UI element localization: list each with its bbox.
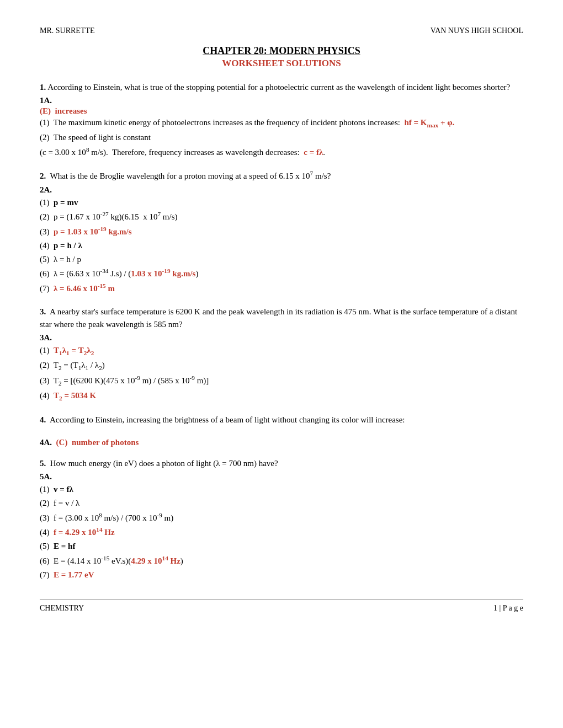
q1-answer-label: 1A. bbox=[40, 96, 523, 105]
q3-answer-label: 3A. bbox=[40, 333, 523, 342]
footer-left: CHEMISTRY bbox=[40, 604, 84, 613]
q4-text: 4. According to Einstein, increasing the… bbox=[40, 414, 523, 426]
q5-text: 5. How much energy (in eV) does a photon… bbox=[40, 457, 523, 470]
q3-step2: (2) T2 = (T1λ1 / λ2) bbox=[40, 358, 523, 373]
q5-step2: (2) f = v / λ bbox=[40, 496, 523, 510]
q1-answer: (E) increases bbox=[40, 106, 523, 116]
q1-step2: (2) The speed of light is constant bbox=[40, 131, 523, 144]
q3-step3: (3) T2 = [(6200 K)(475 x 10-9 m) / (585 … bbox=[40, 373, 523, 389]
worksheet-subtitle: WORKSHEET SOLUTIONS bbox=[40, 58, 523, 69]
question-5: 5. How much energy (in eV) does a photon… bbox=[40, 457, 523, 582]
q2-answer-label: 2A. bbox=[40, 185, 523, 195]
q3-step4: (4) T2 = 5034 K bbox=[40, 389, 523, 404]
page-footer: CHEMISTRY 1 | P a g e bbox=[40, 599, 523, 613]
page-header: MR. SURRETTE VAN NUYS HIGH SCHOOL bbox=[40, 26, 523, 35]
q2-step1: (1) p = mv bbox=[40, 196, 523, 210]
footer-right: 1 | P a g e bbox=[493, 604, 523, 613]
q2-step6: (6) λ = (6.63 x 10-34 J.s) / (1.03 x 10-… bbox=[40, 266, 523, 281]
q5-step6: (6) E = (4.14 x 10-15 eV.s)(4.29 x 1014 … bbox=[40, 553, 523, 568]
q4-answer-label: 4A. (C) number of photons bbox=[40, 438, 523, 447]
q5-step1: (1) v = fλ bbox=[40, 483, 523, 496]
q1-step3: (c = 3.00 x 108 m/s). Therefore, frequen… bbox=[40, 144, 523, 159]
header-right: VAN NUYS HIGH SCHOOL bbox=[431, 26, 523, 35]
question-4: 4. According to Einstein, increasing the… bbox=[40, 414, 523, 447]
question-3: 3. A nearby star's surface temperature i… bbox=[40, 306, 523, 404]
q5-answer-label: 5A. bbox=[40, 472, 523, 481]
chapter-title: CHAPTER 20: MODERN PHYSICS bbox=[40, 45, 523, 57]
q2-step3: (3) p = 1.03 x 10-19 kg.m/s bbox=[40, 224, 523, 239]
q2-text: 2. What is the de Broglie wavelength for… bbox=[40, 169, 523, 183]
q2-step4: (4) p = h / λ bbox=[40, 239, 523, 253]
q1-step1: (1) The maximum kinetic energy of photoe… bbox=[40, 116, 523, 131]
question-1: 1. According to Einstein, what is true o… bbox=[40, 81, 523, 159]
q5-step3: (3) f = (3.00 x 108 m/s) / (700 x 10-9 m… bbox=[40, 510, 523, 525]
q3-text: 3. A nearby star's surface temperature i… bbox=[40, 306, 523, 331]
question-2: 2. What is the de Broglie wavelength for… bbox=[40, 169, 523, 296]
header-left: MR. SURRETTE bbox=[40, 26, 95, 35]
q5-step5: (5) E = hf bbox=[40, 539, 523, 553]
q2-step5: (5) λ = h / p bbox=[40, 253, 523, 266]
q3-step1: (1) T1λ1 = T2λ2 bbox=[40, 344, 523, 358]
q1-text: 1. According to Einstein, what is true o… bbox=[40, 81, 523, 94]
q2-step7: (7) λ = 6.46 x 10-15 m bbox=[40, 281, 523, 296]
q2-step2: (2) p = (1.67 x 10-27 kg)(6.15 x 107 m/s… bbox=[40, 209, 523, 224]
q5-step7: (7) E = 1.77 eV bbox=[40, 568, 523, 582]
q5-step4: (4) f = 4.29 x 1014 Hz bbox=[40, 524, 523, 539]
